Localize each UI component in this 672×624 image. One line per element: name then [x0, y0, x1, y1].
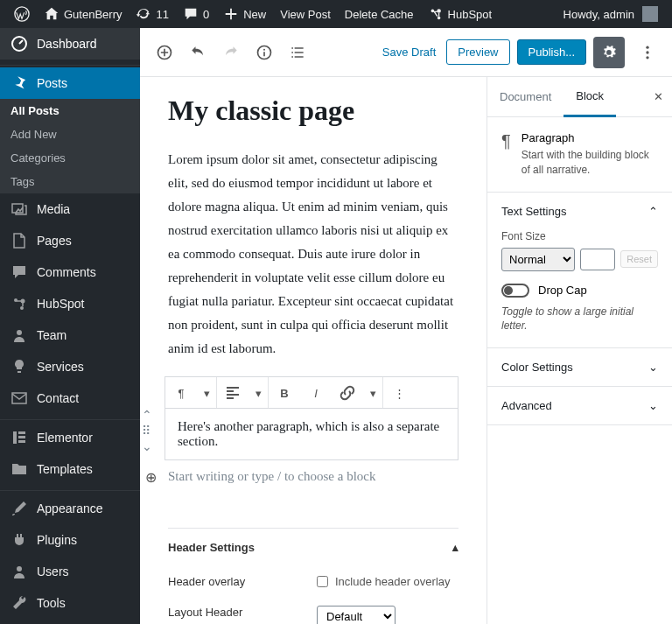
block-more-button[interactable]: ⋮ [383, 377, 415, 409]
menu-media[interactable]: Media [0, 193, 140, 225]
wrench-icon [10, 594, 28, 612]
outline-button[interactable] [282, 37, 313, 68]
paragraph-block[interactable]: Lorem ipsum dolor sit amet, consectetur … [168, 148, 458, 361]
font-size-input[interactable] [580, 249, 615, 270]
editor-canvas[interactable]: My classic page Lorem ipsum dolor sit am… [140, 77, 486, 624]
user-icon [10, 326, 28, 344]
submenu-tags[interactable]: Tags [0, 170, 140, 193]
block-type-button[interactable]: ¶ [165, 377, 197, 409]
site-name[interactable]: GutenBerry [37, 0, 129, 28]
block-movers: ⌃ ⠿ ⌄ [142, 408, 152, 453]
save-draft-button[interactable]: Save Draft [379, 40, 439, 64]
brush-icon [10, 500, 28, 517]
more-menu[interactable] [632, 37, 663, 68]
svg-point-8 [17, 330, 22, 335]
new-content[interactable]: New [216, 0, 273, 28]
color-settings-panel: Color Settings⌄ [487, 348, 672, 387]
media-icon [10, 200, 28, 218]
submenu-add-new[interactable]: Add New [0, 123, 140, 146]
link-button[interactable] [332, 377, 363, 409]
drag-handle[interactable]: ⠿ [142, 424, 152, 438]
view-post[interactable]: View Post [273, 0, 338, 28]
post-title[interactable]: My classic page [168, 95, 458, 127]
updates[interactable]: 11 [129, 0, 175, 28]
menu-plugins[interactable]: Plugins [0, 524, 140, 556]
delete-cache[interactable]: Delete Cache [338, 0, 421, 28]
submenu-all-posts[interactable]: All Posts [0, 99, 140, 123]
selected-block: ⌃ ⠿ ⌄ ¶ ▾ ▾ B I [164, 376, 458, 460]
block-name: Paragraph [522, 131, 658, 144]
svg-point-19 [646, 51, 648, 53]
menu-contact[interactable]: Contact [0, 382, 140, 414]
metabox-toggle[interactable]: Header Settings▴ [168, 529, 458, 566]
dropcap-toggle[interactable] [501, 284, 529, 298]
submenu-categories[interactable]: Categories [0, 146, 140, 170]
mail-icon [10, 389, 28, 407]
move-down-button[interactable]: ⌄ [142, 439, 152, 453]
block-type-dropdown[interactable]: ▾ [197, 377, 216, 409]
menu-comments[interactable]: Comments [0, 256, 140, 288]
account[interactable]: Howdy, admin [556, 0, 665, 28]
settings-toggle[interactable] [593, 37, 625, 68]
font-size-label: Font Size [501, 230, 658, 242]
avatar [642, 6, 658, 22]
menu-posts[interactable]: Posts [0, 67, 140, 99]
menu-templates[interactable]: Templates [0, 453, 140, 485]
posts-submenu: All Posts Add New Categories Tags [0, 99, 140, 193]
comments-count[interactable]: 0 [176, 0, 216, 28]
dashboard-icon [10, 35, 28, 53]
info-button[interactable] [248, 37, 280, 68]
menu-hubspot[interactable]: HubSpot [0, 288, 140, 319]
wp-logo[interactable] [7, 0, 37, 28]
advanced-toggle[interactable]: Advanced⌄ [487, 387, 672, 424]
bulb-icon [10, 358, 28, 375]
text-settings-toggle[interactable]: Text Settings⌃ [487, 193, 672, 230]
menu-pages[interactable]: Pages [0, 225, 140, 256]
block-toolbar: ¶ ▾ ▾ B I ▾ ⋮ [164, 376, 458, 408]
align-dropdown[interactable]: ▾ [248, 377, 268, 409]
hubspot-menu[interactable]: HubSpot [421, 0, 500, 28]
paragraph-block-active[interactable]: Here's another paragraph, which is also … [164, 408, 458, 460]
close-sidebar-button[interactable]: ✕ [645, 81, 672, 112]
header-overlay-checkbox[interactable]: Include header overlay [317, 575, 458, 588]
tab-block[interactable]: Block [564, 77, 616, 117]
appender-add-icon[interactable]: ⊕ [145, 469, 157, 486]
block-appender[interactable]: Start writing or type / to choose a bloc… [168, 460, 458, 484]
svg-rect-13 [18, 440, 25, 443]
settings-sidebar: Document Block ✕ ¶ Paragraph Start with … [486, 77, 672, 624]
text-settings-panel: Text Settings⌃ Font Size Normal Reset Dr… [487, 193, 672, 349]
users-icon [10, 563, 28, 580]
svg-point-14 [17, 566, 22, 571]
publish-button[interactable]: Publish... [517, 39, 586, 65]
menu-appearance[interactable]: Appearance [0, 493, 140, 524]
format-dropdown[interactable]: ▾ [363, 377, 382, 409]
align-button[interactable] [217, 377, 248, 409]
menu-users[interactable]: Users [0, 556, 140, 587]
bold-button[interactable]: B [269, 377, 300, 409]
svg-rect-9 [12, 393, 26, 403]
font-size-select[interactable]: Normal [501, 248, 575, 271]
layout-header-select[interactable]: Default [317, 606, 396, 624]
svg-point-3 [437, 17, 440, 20]
italic-button[interactable]: I [300, 377, 332, 409]
menu-tools[interactable]: Tools [0, 587, 140, 619]
block-card: ¶ Paragraph Start with the building bloc… [487, 117, 672, 193]
menu-team[interactable]: Team [0, 319, 140, 351]
pin-icon [10, 74, 28, 92]
menu-services[interactable]: Services [0, 351, 140, 382]
font-size-reset[interactable]: Reset [620, 250, 658, 268]
menu-dashboard[interactable]: Dashboard [0, 28, 140, 60]
menu-elementor[interactable]: Elementor [0, 422, 140, 453]
move-up-button[interactable]: ⌃ [142, 408, 152, 422]
tab-document[interactable]: Document [487, 78, 564, 116]
admin-toolbar: GutenBerry 11 0 New View Post Delete Cac… [0, 0, 672, 28]
undo-button[interactable] [182, 37, 214, 68]
svg-point-20 [646, 56, 648, 59]
block-description: Start with the building block of all nar… [522, 148, 658, 178]
redo-button[interactable] [215, 37, 247, 68]
preview-button[interactable]: Preview [446, 39, 509, 65]
chevron-down-icon: ⌄ [648, 361, 658, 374]
svg-point-17 [263, 48, 265, 50]
add-block-button[interactable] [149, 37, 180, 68]
color-settings-toggle[interactable]: Color Settings⌄ [487, 348, 672, 386]
